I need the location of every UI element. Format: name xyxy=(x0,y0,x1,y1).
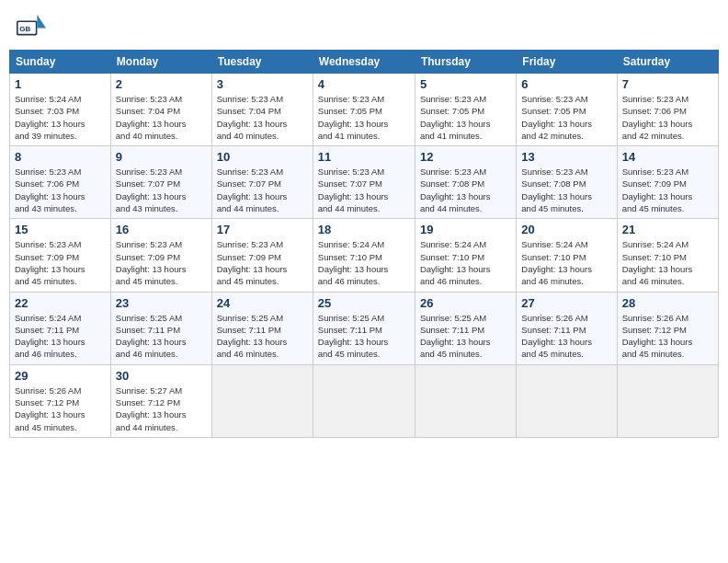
calendar-cell: 22Sunrise: 5:24 AM Sunset: 7:11 PM Dayli… xyxy=(10,292,111,364)
day-number: 11 xyxy=(318,150,410,164)
day-number: 10 xyxy=(217,150,308,164)
day-info: Sunrise: 5:24 AM Sunset: 7:10 PM Dayligh… xyxy=(420,238,511,287)
calendar-cell: 21Sunrise: 5:24 AM Sunset: 7:10 PM Dayli… xyxy=(617,219,718,292)
calendar-week-row: 29Sunrise: 5:26 AM Sunset: 7:12 PM Dayli… xyxy=(10,364,719,437)
calendar-cell: 23Sunrise: 5:25 AM Sunset: 7:11 PM Dayli… xyxy=(110,292,211,364)
day-number: 24 xyxy=(217,296,308,310)
calendar-cell: 12Sunrise: 5:23 AM Sunset: 7:08 PM Dayli… xyxy=(415,146,516,219)
logo: GB xyxy=(17,15,50,40)
calendar-cell: 2Sunrise: 5:23 AM Sunset: 7:04 PM Daylig… xyxy=(110,74,211,146)
day-info: Sunrise: 5:24 AM Sunset: 7:10 PM Dayligh… xyxy=(318,238,410,287)
day-number: 7 xyxy=(622,77,713,91)
day-number: 21 xyxy=(622,223,713,236)
day-number: 1 xyxy=(15,77,106,91)
calendar-cell: 19Sunrise: 5:24 AM Sunset: 7:10 PM Dayli… xyxy=(415,219,516,292)
day-number: 14 xyxy=(622,150,713,164)
day-number: 19 xyxy=(420,223,511,236)
day-of-week-header: Monday xyxy=(110,51,211,74)
calendar-cell: 11Sunrise: 5:23 AM Sunset: 7:07 PM Dayli… xyxy=(313,146,415,219)
day-of-week-header: Tuesday xyxy=(211,51,313,74)
day-info: Sunrise: 5:23 AM Sunset: 7:09 PM Dayligh… xyxy=(217,238,308,287)
calendar-cell: 26Sunrise: 5:25 AM Sunset: 7:11 PM Dayli… xyxy=(415,292,516,364)
day-info: Sunrise: 5:23 AM Sunset: 7:06 PM Dayligh… xyxy=(15,166,106,214)
calendar-cell: 29Sunrise: 5:26 AM Sunset: 7:12 PM Dayli… xyxy=(10,364,111,437)
calendar-cell: 14Sunrise: 5:23 AM Sunset: 7:09 PM Dayli… xyxy=(617,146,718,219)
day-info: Sunrise: 5:23 AM Sunset: 7:09 PM Dayligh… xyxy=(116,238,207,287)
day-info: Sunrise: 5:23 AM Sunset: 7:04 PM Dayligh… xyxy=(217,93,308,142)
calendar-cell xyxy=(313,364,415,437)
day-number: 4 xyxy=(318,77,410,91)
day-info: Sunrise: 5:23 AM Sunset: 7:07 PM Dayligh… xyxy=(217,166,308,214)
calendar-cell: 9Sunrise: 5:23 AM Sunset: 7:07 PM Daylig… xyxy=(110,146,211,219)
calendar-cell: 7Sunrise: 5:23 AM Sunset: 7:06 PM Daylig… xyxy=(617,74,718,146)
calendar-cell: 20Sunrise: 5:24 AM Sunset: 7:10 PM Dayli… xyxy=(517,219,617,292)
calendar-cell xyxy=(211,364,313,437)
day-number: 29 xyxy=(15,369,106,383)
calendar-week-row: 1Sunrise: 5:24 AM Sunset: 7:03 PM Daylig… xyxy=(10,74,719,146)
day-info: Sunrise: 5:23 AM Sunset: 7:05 PM Dayligh… xyxy=(318,93,410,142)
calendar-cell: 3Sunrise: 5:23 AM Sunset: 7:04 PM Daylig… xyxy=(211,74,313,146)
day-info: Sunrise: 5:23 AM Sunset: 7:08 PM Dayligh… xyxy=(420,166,511,214)
day-number: 13 xyxy=(521,150,611,164)
day-info: Sunrise: 5:23 AM Sunset: 7:09 PM Dayligh… xyxy=(15,238,106,287)
calendar: SundayMondayTuesdayWednesdayThursdayFrid… xyxy=(9,50,719,438)
calendar-header-row: SundayMondayTuesdayWednesdayThursdayFrid… xyxy=(10,51,719,74)
day-info: Sunrise: 5:23 AM Sunset: 7:05 PM Dayligh… xyxy=(420,93,511,142)
day-number: 27 xyxy=(521,296,611,310)
calendar-cell: 1Sunrise: 5:24 AM Sunset: 7:03 PM Daylig… xyxy=(10,74,111,146)
day-info: Sunrise: 5:26 AM Sunset: 7:12 PM Dayligh… xyxy=(15,385,106,433)
svg-marker-1 xyxy=(37,15,46,28)
calendar-cell: 5Sunrise: 5:23 AM Sunset: 7:05 PM Daylig… xyxy=(415,74,516,146)
calendar-cell: 13Sunrise: 5:23 AM Sunset: 7:08 PM Dayli… xyxy=(517,146,617,219)
day-info: Sunrise: 5:23 AM Sunset: 7:06 PM Dayligh… xyxy=(622,93,713,142)
day-number: 18 xyxy=(318,223,410,236)
day-info: Sunrise: 5:24 AM Sunset: 7:10 PM Dayligh… xyxy=(622,238,713,287)
day-number: 25 xyxy=(318,296,410,310)
day-number: 12 xyxy=(420,150,511,164)
day-number: 6 xyxy=(521,77,611,91)
calendar-week-row: 15Sunrise: 5:23 AM Sunset: 7:09 PM Dayli… xyxy=(10,219,719,292)
day-number: 28 xyxy=(622,296,713,310)
day-info: Sunrise: 5:25 AM Sunset: 7:11 PM Dayligh… xyxy=(217,312,308,361)
day-number: 20 xyxy=(521,223,611,236)
day-of-week-header: Thursday xyxy=(415,51,516,74)
day-number: 3 xyxy=(217,77,308,91)
day-info: Sunrise: 5:26 AM Sunset: 7:12 PM Dayligh… xyxy=(622,312,713,361)
day-number: 5 xyxy=(420,77,511,91)
calendar-week-row: 22Sunrise: 5:24 AM Sunset: 7:11 PM Dayli… xyxy=(10,292,719,364)
day-number: 30 xyxy=(116,369,207,383)
day-number: 15 xyxy=(15,223,106,236)
day-number: 8 xyxy=(15,150,106,164)
day-number: 22 xyxy=(15,296,106,310)
day-number: 9 xyxy=(116,150,207,164)
day-number: 17 xyxy=(217,223,308,236)
calendar-cell xyxy=(415,364,516,437)
day-number: 16 xyxy=(116,223,207,236)
day-info: Sunrise: 5:24 AM Sunset: 7:10 PM Dayligh… xyxy=(521,238,611,287)
day-info: Sunrise: 5:26 AM Sunset: 7:11 PM Dayligh… xyxy=(521,312,611,361)
calendar-cell: 25Sunrise: 5:25 AM Sunset: 7:11 PM Dayli… xyxy=(313,292,415,364)
calendar-cell xyxy=(517,364,617,437)
calendar-cell: 30Sunrise: 5:27 AM Sunset: 7:12 PM Dayli… xyxy=(110,364,211,437)
calendar-cell: 6Sunrise: 5:23 AM Sunset: 7:05 PM Daylig… xyxy=(517,74,617,146)
day-info: Sunrise: 5:23 AM Sunset: 7:07 PM Dayligh… xyxy=(116,166,207,214)
calendar-cell: 4Sunrise: 5:23 AM Sunset: 7:05 PM Daylig… xyxy=(313,74,415,146)
calendar-cell: 24Sunrise: 5:25 AM Sunset: 7:11 PM Dayli… xyxy=(211,292,313,364)
day-info: Sunrise: 5:23 AM Sunset: 7:07 PM Dayligh… xyxy=(318,166,410,214)
calendar-week-row: 8Sunrise: 5:23 AM Sunset: 7:06 PM Daylig… xyxy=(10,146,719,219)
day-of-week-header: Wednesday xyxy=(313,51,415,74)
day-of-week-header: Sunday xyxy=(10,51,111,74)
day-info: Sunrise: 5:25 AM Sunset: 7:11 PM Dayligh… xyxy=(318,312,410,361)
day-number: 26 xyxy=(420,296,511,310)
day-info: Sunrise: 5:24 AM Sunset: 7:11 PM Dayligh… xyxy=(15,312,106,361)
svg-text:GB: GB xyxy=(19,25,30,33)
calendar-cell: 16Sunrise: 5:23 AM Sunset: 7:09 PM Dayli… xyxy=(110,219,211,292)
calendar-cell: 8Sunrise: 5:23 AM Sunset: 7:06 PM Daylig… xyxy=(10,146,111,219)
calendar-cell: 27Sunrise: 5:26 AM Sunset: 7:11 PM Dayli… xyxy=(517,292,617,364)
calendar-cell: 10Sunrise: 5:23 AM Sunset: 7:07 PM Dayli… xyxy=(211,146,313,219)
day-number: 2 xyxy=(116,77,207,91)
day-info: Sunrise: 5:25 AM Sunset: 7:11 PM Dayligh… xyxy=(420,312,511,361)
day-of-week-header: Saturday xyxy=(617,51,718,74)
day-info: Sunrise: 5:23 AM Sunset: 7:05 PM Dayligh… xyxy=(521,93,611,142)
calendar-cell xyxy=(617,364,718,437)
